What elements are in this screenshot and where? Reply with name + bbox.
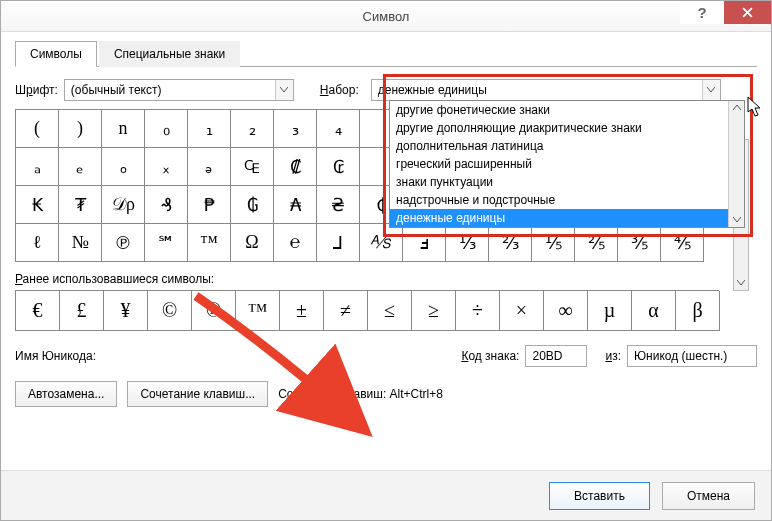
set-combo-arrow[interactable] — [702, 80, 720, 100]
recent-symbol-cell[interactable]: × — [500, 291, 544, 331]
symbol-cell[interactable]: ₂ — [231, 110, 274, 148]
recent-symbol-cell[interactable]: ≥ — [412, 291, 456, 331]
dropdown-item[interactable]: другие дополняющие диакритические знаки — [390, 119, 744, 137]
symbol-cell[interactable]: ⅕ — [532, 224, 575, 262]
symbol-cell[interactable]: № — [59, 224, 102, 262]
symbol-cell[interactable]: ₴ — [317, 186, 360, 224]
symbol-cell[interactable]: ₰ — [145, 186, 188, 224]
recent-grid: €£¥©®™±≠≤≥÷×∞µαβ — [15, 290, 719, 331]
recent-symbol-cell[interactable]: ® — [192, 291, 236, 331]
symbol-cell[interactable]: ₳ — [274, 186, 317, 224]
symbol-cell[interactable]: 𝒟ρ — [102, 186, 145, 224]
symbol-cell[interactable]: ₢ — [317, 148, 360, 186]
dropdown-scrollbar[interactable] — [728, 101, 744, 227]
help-button[interactable]: ? — [680, 1, 724, 24]
recent-symbol-cell[interactable]: ≠ — [324, 291, 368, 331]
insert-button[interactable]: Вставить — [549, 482, 650, 510]
dropdown-item[interactable]: знаки пунктуации — [390, 173, 744, 191]
symbol-cell[interactable]: ℓ — [16, 224, 59, 262]
symbol-cell[interactable]: ₲ — [231, 186, 274, 224]
recent-symbol-cell[interactable]: ÷ — [456, 291, 500, 331]
unicode-name-label: Имя Юникода: — [15, 349, 96, 363]
recent-symbol-cell[interactable]: © — [148, 291, 192, 331]
symbol-cell[interactable]: ℠ — [145, 224, 188, 262]
recent-symbol-cell[interactable]: £ — [60, 291, 104, 331]
symbol-cell[interactable]: ⅔ — [489, 224, 532, 262]
font-combo[interactable] — [64, 79, 294, 101]
chevron-down-icon — [280, 87, 288, 93]
dropdown-item[interactable]: надстрочные и подстрочные — [390, 191, 744, 209]
symbol-cell[interactable]: ⅗ — [618, 224, 661, 262]
from-input[interactable] — [628, 346, 772, 366]
font-label: Шрифт: — [15, 83, 58, 97]
cancel-button[interactable]: Отмена — [662, 482, 755, 510]
symbol-cell[interactable]: ( — [16, 110, 59, 148]
window-title: Символ — [363, 9, 410, 24]
symbol-cell[interactable]: Ω — [231, 224, 274, 262]
symbol-cell[interactable]: ₔ — [188, 148, 231, 186]
symbol-cell[interactable]: ⅃ — [317, 224, 360, 262]
dropdown-item[interactable]: денежные единицы — [390, 209, 744, 227]
recent-symbol-cell[interactable]: µ — [588, 291, 632, 331]
symbol-cell[interactable]: n — [102, 110, 145, 148]
symbol-cell[interactable]: ₱ — [188, 186, 231, 224]
recent-symbol-cell[interactable]: β — [676, 291, 720, 331]
code-input-wrap[interactable] — [525, 345, 587, 367]
set-dropdown-list[interactable]: другие фонетические знакидругие дополняю… — [389, 100, 745, 228]
symbol-cell[interactable]: ₡ — [274, 148, 317, 186]
recent-symbol-cell[interactable]: € — [16, 291, 60, 331]
symbol-cell[interactable]: ℗ — [102, 224, 145, 262]
from-combo[interactable] — [627, 345, 757, 367]
shortcut-button[interactable]: Сочетание клавиш... — [127, 381, 268, 407]
dropdown-item[interactable]: другие фонетические знаки — [390, 101, 744, 119]
symbol-cell[interactable]: ₐ — [16, 148, 59, 186]
font-combo-arrow[interactable] — [275, 80, 293, 100]
set-combo[interactable] — [371, 79, 721, 101]
symbol-cell[interactable]: ™ — [188, 224, 231, 262]
symbol-cell[interactable]: ₀ — [145, 110, 188, 148]
recent-symbol-cell[interactable]: α — [632, 291, 676, 331]
recent-symbol-cell[interactable]: ∞ — [544, 291, 588, 331]
titlebar: Символ ? — [1, 1, 771, 32]
chevron-down-icon — [737, 280, 745, 286]
symbol-cell[interactable]: ⅍ — [360, 224, 403, 262]
symbol-cell[interactable]: ⅓ — [446, 224, 489, 262]
symbol-cell[interactable]: ₭ — [16, 186, 59, 224]
symbol-cell[interactable]: ⅖ — [575, 224, 618, 262]
tab-symbols[interactable]: Символы — [15, 41, 97, 67]
from-label: из: — [605, 349, 621, 363]
symbol-cell[interactable]: ₓ — [145, 148, 188, 186]
symbol-cell[interactable]: ₮ — [59, 186, 102, 224]
font-input[interactable] — [65, 80, 275, 100]
scroll-up-button[interactable] — [730, 101, 744, 115]
symbol-cell[interactable]: ₒ — [102, 148, 145, 186]
scroll-down-button[interactable] — [734, 276, 748, 290]
close-button[interactable] — [724, 1, 771, 24]
recent-label: Ранее использовавшиеся символы: — [15, 272, 757, 286]
symbol-cell[interactable]: ⅎ — [403, 224, 446, 262]
recent-symbol-cell[interactable]: ¥ — [104, 291, 148, 331]
dialog-footer: Вставить Отмена — [1, 470, 771, 520]
symbol-cell[interactable]: ₠ — [231, 148, 274, 186]
recent-symbol-cell[interactable]: ± — [280, 291, 324, 331]
dropdown-item[interactable]: греческий расширенный — [390, 155, 744, 173]
symbol-cell[interactable]: ₄ — [317, 110, 360, 148]
symbol-cell[interactable]: ℮ — [274, 224, 317, 262]
autoreplace-button[interactable]: Автозамена... — [15, 381, 117, 407]
scroll-down-button[interactable] — [730, 213, 744, 227]
tab-special[interactable]: Специальные знаки — [99, 41, 240, 67]
chevron-up-icon — [733, 105, 741, 111]
dropdown-item[interactable]: дополнительная латиница — [390, 137, 744, 155]
set-input[interactable] — [372, 80, 702, 100]
chevron-down-icon — [707, 87, 715, 93]
symbol-cell[interactable]: ₁ — [188, 110, 231, 148]
recent-symbol-cell[interactable]: ≤ — [368, 291, 412, 331]
symbol-cell[interactable]: ⅘ — [661, 224, 704, 262]
shortcut-text: Сочетание клавиш: Alt+Ctrl+8 — [278, 387, 443, 401]
symbol-cell[interactable]: ₃ — [274, 110, 317, 148]
code-label: Код знака: — [461, 349, 519, 363]
set-label: Набор: — [320, 83, 359, 97]
symbol-cell[interactable]: ₑ — [59, 148, 102, 186]
recent-symbol-cell[interactable]: ™ — [236, 291, 280, 331]
symbol-cell[interactable]: ) — [59, 110, 102, 148]
